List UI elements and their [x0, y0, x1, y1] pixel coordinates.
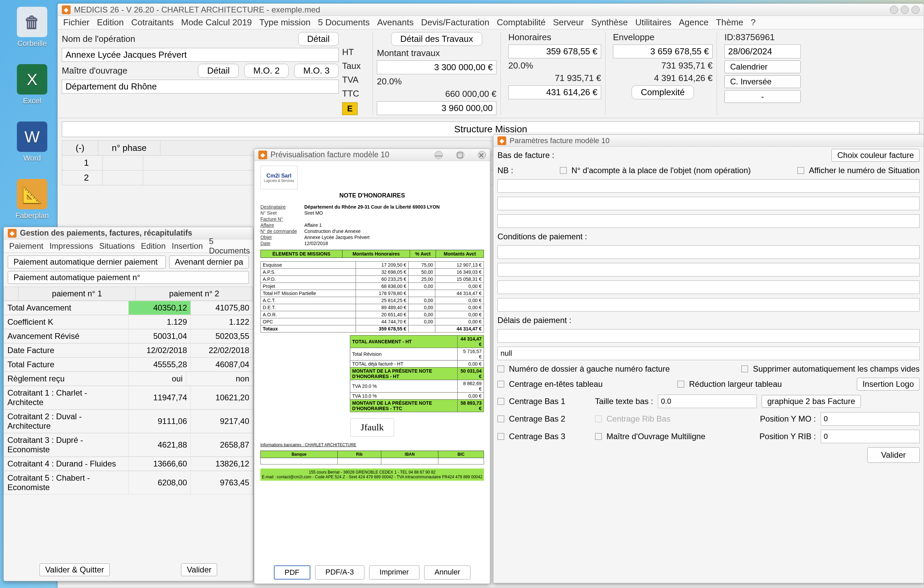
menu-avenants[interactable]: Avenants — [377, 17, 414, 28]
operation-input[interactable]: Annexe Lycée Jacques Prévert — [62, 48, 339, 62]
auto-num-button[interactable]: Paiement automatique paiement n° — [8, 271, 249, 284]
close-icon[interactable] — [911, 6, 920, 14]
menu-edition[interactable]: Edition — [97, 17, 124, 28]
menu-modecalcul[interactable]: Mode Calcul 2019 — [181, 17, 252, 28]
pay-menu-situations[interactable]: Situations — [99, 241, 135, 251]
mo3-button[interactable]: M.O. 3 — [294, 64, 339, 77]
bas3-input[interactable] — [497, 214, 920, 228]
menu-serveur[interactable]: Serveur — [553, 17, 584, 28]
mo2-button[interactable]: M.O. 2 — [244, 64, 289, 77]
enveloppe-v1[interactable]: 3 659 678,55 € — [613, 44, 713, 58]
e-badge[interactable]: E — [342, 102, 358, 115]
pay-menu-paiement[interactable]: Paiement — [9, 241, 43, 251]
preview-footer: 155 cours Berriat - 38028 GRENOBLE CEDEX… — [261, 468, 484, 481]
detail-travaux-button[interactable]: Détail des Travaux — [391, 32, 482, 46]
mo-detail-button[interactable]: Détail — [198, 64, 238, 77]
table-row[interactable]: Coefficient K1.1291.122 — [4, 315, 253, 329]
menu-devis[interactable]: Devis/Facturation — [421, 17, 489, 28]
detail-button[interactable]: Détail — [298, 32, 339, 46]
delais1-input[interactable] — [497, 329, 920, 343]
desktop-icon-excel[interactable]: XExcel — [10, 64, 54, 105]
pay-menu-edition[interactable]: Edition — [141, 241, 165, 251]
table-row[interactable]: Date Facture12/02/201822/02/2018 — [4, 344, 253, 357]
dash-button[interactable]: - — [724, 90, 801, 103]
honoraires-v1[interactable]: 359 678,55 € — [508, 44, 601, 58]
cb2-checkbox[interactable] — [497, 415, 504, 422]
annuler-button[interactable]: Annuler — [424, 565, 471, 580]
max-icon[interactable]: ☐ — [456, 151, 464, 159]
insertion-logo-button[interactable]: Insertion Logo — [857, 378, 920, 390]
desktop-icon-word[interactable]: WWord — [10, 122, 54, 163]
close-icon[interactable]: ✕ — [478, 151, 486, 159]
centrage-head-checkbox[interactable] — [497, 381, 504, 387]
cond3-input[interactable] — [497, 280, 920, 294]
auto-last-button[interactable]: Paiement automatique dernier paiement — [8, 255, 166, 268]
pay-menu-impressions[interactable]: Impressions — [49, 241, 93, 251]
cond2-input[interactable] — [497, 263, 920, 277]
choix-couleur-button[interactable]: Choix couleur facture — [832, 149, 920, 162]
menu-synthese[interactable]: Synthèse — [591, 17, 628, 28]
pdfa3-button[interactable]: PDF/A-3 — [315, 565, 365, 580]
pay-menu-insertion[interactable]: Insertion — [172, 241, 203, 251]
taille-input[interactable] — [658, 395, 757, 408]
cond1-input[interactable] — [497, 245, 920, 259]
delais2-input[interactable] — [497, 347, 920, 360]
menu-typemission[interactable]: Type mission — [259, 17, 311, 28]
imprimer-button[interactable]: Imprimer — [369, 565, 419, 580]
table-row[interactable]: Cotraitant 3 : Dupré - Economiste4621,88… — [4, 433, 253, 457]
table-row[interactable]: Cotraitant 2 : Duval - Architecture9111,… — [4, 410, 253, 433]
desktop-icon-corbeille[interactable]: 🗑Corbeille — [10, 7, 54, 48]
min-icon[interactable]: — — [435, 151, 443, 159]
menu-utilitaires[interactable]: Utilitaires — [635, 17, 672, 28]
multi-checkbox[interactable] — [595, 433, 602, 440]
menu-documents[interactable]: 5 Documents — [318, 17, 370, 28]
cond4-input[interactable] — [497, 298, 920, 311]
pay-menu-documents[interactable]: 5 Documents — [209, 237, 250, 255]
table-row[interactable]: Cotraitant 1 : Charlet - Architecte11947… — [4, 386, 253, 409]
pdf-button[interactable]: PDF — [274, 565, 310, 580]
menu-theme[interactable]: Thème — [716, 17, 743, 28]
cb3-checkbox[interactable] — [497, 433, 504, 440]
cinversee-button[interactable]: C. Inversée — [724, 75, 801, 88]
table-row[interactable]: Cotraitant 4 : Durand - Fluides13666,601… — [4, 457, 253, 471]
min-icon[interactable] — [890, 6, 898, 14]
company-logo: Cm2i Sarl Logiciels & Services — [261, 166, 297, 189]
menu-cotraitants[interactable]: Cotraitants — [131, 17, 174, 28]
reduc-checkbox[interactable] — [678, 381, 684, 387]
table-row[interactable]: Total Avancement40350,1241075,80 — [4, 301, 253, 315]
valider-button[interactable]: Valider — [181, 563, 217, 576]
params-window: ◆ Paramètres facture modèle 10 Bas de fa… — [493, 134, 924, 583]
afficher-situation-checkbox[interactable] — [797, 167, 804, 174]
acompte-checkbox[interactable] — [560, 167, 567, 174]
supprimer-checkbox[interactable] — [741, 366, 748, 372]
calendrier-button[interactable]: Calendrier — [724, 61, 801, 73]
posmo-input[interactable] — [821, 412, 920, 426]
bas2-input[interactable] — [497, 197, 920, 210]
posrib-input[interactable] — [821, 430, 920, 443]
menu-compta[interactable]: Comptabilité — [497, 17, 546, 28]
cb1-checkbox[interactable] — [497, 398, 504, 405]
montant-travaux-input[interactable]: 3 300 000,00 € — [377, 61, 497, 74]
mo-input[interactable]: Département du Rhône — [62, 80, 339, 94]
valider-quitter-button[interactable]: Valider & Quitter — [40, 563, 110, 576]
menu-help[interactable]: ? — [751, 17, 756, 28]
desktop-icon-faberplan[interactable]: 📐Faberplan — [10, 179, 54, 220]
travaux-ttc[interactable]: 3 960 000,00 — [377, 101, 497, 115]
date-input[interactable]: 28/06/2024 — [724, 44, 801, 58]
table-row[interactable]: Total Facture45555,2846087,04 — [4, 358, 253, 372]
bas1-input[interactable] — [497, 179, 920, 193]
params-valider-button[interactable]: Valider — [867, 447, 920, 463]
col1-header: paiement n° 1 — [18, 287, 136, 301]
table-row[interactable]: Règlement reçuouinon — [4, 372, 253, 386]
menu-fichier[interactable]: Fichier — [63, 17, 89, 28]
params-title: Paramètres facture modèle 10 — [510, 137, 610, 145]
avenant-button[interactable]: Avenant dernier pa — [169, 255, 249, 268]
complexite-button[interactable]: Complexité — [632, 86, 694, 99]
table-row[interactable]: Avancement Révisé50031,0450203,55 — [4, 329, 253, 343]
menu-agence[interactable]: Agence — [679, 17, 708, 28]
table-row[interactable]: Cotraitant 5 : Chabert - Economiste6208,… — [4, 471, 253, 494]
dossier-checkbox[interactable] — [497, 366, 504, 372]
graphique-button[interactable]: graphique 2 bas Facture — [762, 395, 861, 408]
honoraires-v3[interactable]: 431 614,26 € — [508, 86, 601, 99]
max-icon[interactable] — [901, 6, 909, 14]
